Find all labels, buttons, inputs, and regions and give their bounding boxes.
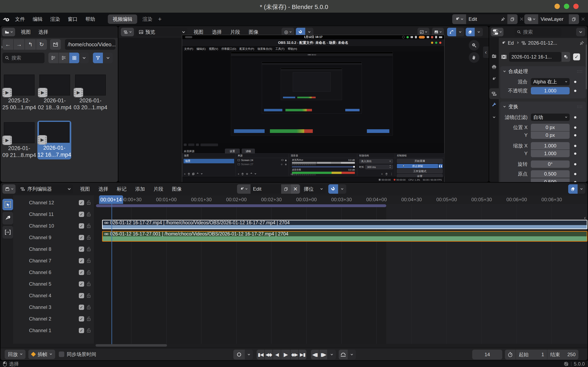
mute-checkbox[interactable]: ✓ <box>573 53 580 60</box>
obs-scene-item[interactable]: 场景 <box>183 159 234 163</box>
obs-transition-dropdown[interactable]: 淡入淡出 <box>359 159 393 164</box>
channel-row[interactable]: Channel 11 ✓ <box>13 208 94 220</box>
topbar-menu-item[interactable]: 帮助 <box>84 15 96 23</box>
topbar-menu-item[interactable]: 渲染 <box>49 15 61 23</box>
channel-visibility-checkbox[interactable]: ✓ <box>79 305 84 310</box>
jump-end-button[interactable]: ▶▮ <box>299 350 306 359</box>
channel-lock-icon[interactable] <box>86 200 91 205</box>
channel-visibility-checkbox[interactable]: ✓ <box>79 328 84 333</box>
channel-row[interactable]: Channel 2 ✓ <box>13 313 94 325</box>
channel-lock-icon[interactable] <box>86 317 91 321</box>
obs-source-row[interactable]: Screen 27 ⊘ <box>236 162 288 166</box>
drag-dots-icon[interactable]: :::: <box>577 105 583 109</box>
snap-magnet-button[interactable] <box>328 184 338 194</box>
channel-row[interactable]: Channel 5 ✓ <box>13 278 94 290</box>
channel-lock-icon[interactable] <box>86 247 91 252</box>
tool-blade[interactable] <box>2 212 13 225</box>
sequencer-menu-item[interactable]: 选择 <box>97 185 109 193</box>
obs-pause-recording-button[interactable]: ❚❚ <box>439 164 443 168</box>
add-icon[interactable]: + <box>238 172 239 175</box>
tab-strip-properties-active[interactable] <box>489 88 499 99</box>
strip-movie[interactable]: 026-01-12 16-17-27.mp4 | /home/choco/Vid… <box>102 220 587 229</box>
editor-type-button[interactable] <box>491 28 503 36</box>
sequencer-menu-item[interactable]: 图像 <box>171 185 183 193</box>
obs-menu-item[interactable]: 文件(F) <box>184 47 193 51</box>
obs-duration-field[interactable]: 300 ms <box>365 165 393 169</box>
workspace-add-button[interactable]: + <box>158 16 162 23</box>
animate-dot[interactable] <box>574 163 576 165</box>
strip-name-field[interactable]: 2026-01-12 16-1... <box>509 52 561 62</box>
collapse-region-arrow[interactable]: ‹ <box>483 47 489 58</box>
gear-icon[interactable] <box>246 173 248 175</box>
editor-type-button[interactable] <box>121 28 134 36</box>
workspace-tab-render[interactable]: 渲染 <box>143 16 152 22</box>
playback-dropdown[interactable]: 回放 <box>5 350 26 359</box>
keying-dropdown[interactable]: 插帧 <box>28 350 55 359</box>
channel-visibility-checkbox[interactable]: ✓ <box>79 316 84 322</box>
channel-visibility-checkbox[interactable]: ✓ <box>79 293 84 298</box>
tool-retime[interactable] <box>2 226 13 239</box>
viewlayer-remove-button[interactable]: ✕ <box>579 16 587 22</box>
view-mode-dropdown[interactable]: 预览 <box>136 28 187 36</box>
strip-sound[interactable]: 026-01-12 16-17-27.001 | /home/choco/Vid… <box>102 231 587 242</box>
playhead-line[interactable] <box>112 204 112 345</box>
sequencer-menu-item[interactable]: 标记 <box>116 185 128 193</box>
channel-lock-icon[interactable] <box>86 224 91 228</box>
play-button[interactable]: ▶ <box>281 350 290 359</box>
jump-start-button[interactable]: ▮◀ <box>257 350 264 359</box>
playhead-label[interactable]: 00:00+14 <box>99 195 123 204</box>
scale-y-field[interactable]: 1.000 <box>531 150 570 157</box>
move-down-icon[interactable] <box>201 173 203 174</box>
pan-hand-button[interactable] <box>469 52 479 63</box>
scene-browse-button[interactable] <box>237 184 251 194</box>
obs-menu-item[interactable]: 工具(T) <box>276 47 285 51</box>
viewlayer-browse-button[interactable] <box>524 14 538 24</box>
animate-dot[interactable] <box>574 152 576 155</box>
move-down-icon[interactable] <box>255 173 256 174</box>
topbar-menu-item[interactable]: 文件 <box>14 15 26 23</box>
panel-title[interactable]: 合成处理 <box>508 68 528 75</box>
channel-row[interactable]: Channel 8 ✓ <box>13 243 94 255</box>
obs-menu-item[interactable]: 视图(V) <box>209 47 218 51</box>
scene-name-field[interactable]: Edit <box>466 14 499 24</box>
channel-lock-icon[interactable] <box>86 305 91 310</box>
tab-output-properties[interactable] <box>489 63 499 71</box>
obs-menu-item[interactable]: 编辑(E) <box>196 47 206 51</box>
panel-collapse-chevron[interactable] <box>503 70 506 72</box>
sequencer-menu-item[interactable]: 片段 <box>152 185 164 193</box>
breadcrumb-scene[interactable]: Ed <box>508 40 514 46</box>
overlap-mode-dropdown[interactable]: 挪位 <box>301 184 325 194</box>
rotation-field[interactable]: 0° <box>531 160 570 168</box>
zoom-in-button[interactable] <box>469 40 479 50</box>
scene-new-button[interactable] <box>507 14 518 24</box>
position-y-field[interactable]: 0 px <box>531 132 570 139</box>
file-item[interactable]: ▶ 2026-01- 12 16...7.mp4 <box>37 121 71 159</box>
use-preview-range-button[interactable] <box>505 350 516 359</box>
start-frame-field[interactable]: 起始1 <box>516 350 547 359</box>
tool-select-box[interactable] <box>2 199 13 210</box>
next-keyframe-button[interactable]: ◆▶ <box>291 350 298 359</box>
sync-checkbox[interactable] <box>59 351 64 357</box>
channel-lock-icon[interactable] <box>86 270 91 275</box>
add-icon[interactable]: + <box>184 172 186 175</box>
panel-collapse-chevron[interactable] <box>503 105 506 107</box>
channel-visibility-checkbox[interactable]: ✓ <box>79 281 84 287</box>
channel-row[interactable]: Channel 12 ✓ <box>13 197 94 208</box>
channel-lock-icon[interactable] <box>86 212 91 217</box>
tab-render-properties[interactable] <box>489 52 499 60</box>
trash-icon[interactable] <box>188 173 190 175</box>
overlays-toggle[interactable] <box>568 184 578 194</box>
duplicate-icon[interactable] <box>192 173 195 175</box>
scene-new-button[interactable] <box>281 184 291 194</box>
trash-icon[interactable] <box>385 173 388 175</box>
more-icon[interactable]: ⋮ <box>296 173 298 175</box>
breadcrumb-strip[interactable]: 2026-01-12... <box>528 40 557 46</box>
overlay-settings-chevron[interactable] <box>578 184 585 194</box>
trash-icon[interactable] <box>241 173 244 175</box>
topbar-menu-item[interactable]: 编辑 <box>31 15 44 23</box>
color-tag-button[interactable] <box>562 52 570 62</box>
sequencer-view-dropdown[interactable]: 序列编辑器 <box>17 184 73 194</box>
channel-visibility-checkbox[interactable]: ✓ <box>79 223 84 229</box>
obs-menu-item[interactable]: 配置文件(P) <box>240 47 254 51</box>
record-button[interactable] <box>233 350 245 359</box>
